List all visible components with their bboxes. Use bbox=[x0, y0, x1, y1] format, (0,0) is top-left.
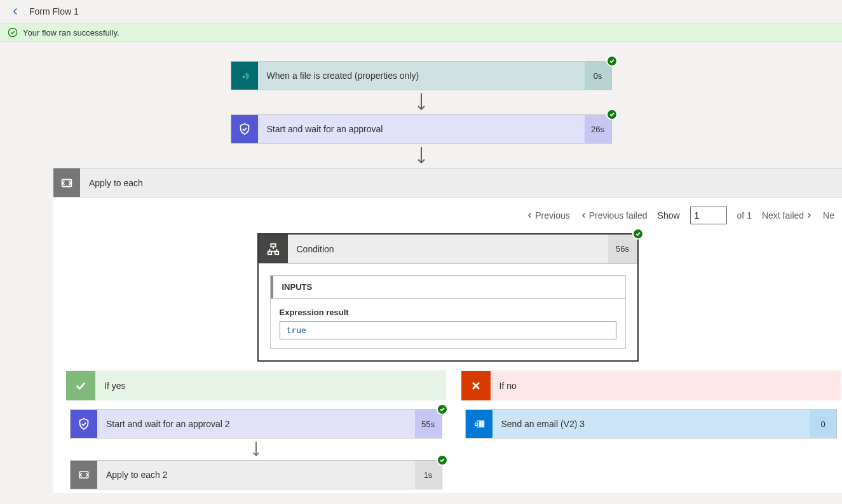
svg-rect-7 bbox=[268, 251, 271, 254]
outlook-icon bbox=[466, 410, 492, 438]
branch-yes-header[interactable]: If yes bbox=[66, 371, 446, 400]
flow-canvas: S When a file is created (properties onl… bbox=[0, 42, 842, 493]
chevron-right-icon bbox=[805, 212, 813, 219]
condition-duration: 56s bbox=[608, 235, 637, 263]
approval-icon bbox=[71, 410, 97, 438]
condition-branches: If yes Start and wait for an approval 2 … bbox=[53, 371, 842, 493]
next-failed-link[interactable]: Next failed bbox=[762, 210, 813, 221]
iteration-input[interactable] bbox=[690, 207, 727, 224]
svg-rect-6 bbox=[271, 243, 275, 247]
loop-icon bbox=[53, 168, 80, 197]
flow-title: Form Flow 1 bbox=[29, 6, 79, 17]
send-email-label: Send an email (V2) 3 bbox=[492, 410, 810, 438]
branch-yes-label: If yes bbox=[95, 371, 446, 400]
next-link[interactable]: Ne bbox=[823, 210, 834, 221]
apply-to-each-header[interactable]: Apply to each bbox=[53, 168, 842, 198]
previous-link[interactable]: Previous bbox=[526, 210, 569, 221]
svg-text:S: S bbox=[242, 74, 245, 79]
trigger-duration: 0s bbox=[585, 62, 611, 90]
status-success-icon bbox=[437, 454, 448, 466]
status-success-icon bbox=[606, 109, 618, 120]
apply-to-each-container: Apply to each Previous Previous failed S… bbox=[53, 168, 842, 493]
connector-arrow-icon bbox=[416, 144, 427, 168]
status-success-icon bbox=[632, 228, 644, 240]
svg-rect-8 bbox=[275, 251, 278, 254]
previous-failed-link[interactable]: Previous failed bbox=[580, 210, 648, 221]
title-bar: Form Flow 1 bbox=[0, 0, 842, 23]
expression-result-label: Expression result bbox=[280, 308, 616, 317]
check-icon bbox=[66, 371, 95, 400]
condition-icon bbox=[259, 235, 288, 263]
apply2-label: Apply to each 2 bbox=[97, 461, 415, 489]
trigger-label: When a file is created (properties only) bbox=[258, 62, 585, 90]
svg-point-0 bbox=[8, 28, 17, 36]
apply-to-each-label: Apply to each bbox=[80, 168, 842, 197]
connector-arrow-icon bbox=[416, 90, 427, 114]
success-check-icon bbox=[8, 27, 18, 37]
sharepoint-icon: S bbox=[231, 62, 258, 90]
condition-body: INPUTS Expression result true bbox=[259, 264, 637, 360]
approval-icon bbox=[231, 115, 258, 143]
trigger-step[interactable]: S When a file is created (properties onl… bbox=[231, 61, 612, 90]
expression-result-value: true bbox=[280, 321, 616, 339]
of-total: of 1 bbox=[737, 210, 752, 221]
condition-card[interactable]: Condition 56s INPUTS Expression result t… bbox=[257, 233, 639, 362]
branch-yes: If yes Start and wait for an approval 2 … bbox=[66, 371, 446, 489]
approval2-label: Start and wait for an approval 2 bbox=[97, 410, 415, 438]
success-message: Your flow ran successfully. bbox=[23, 28, 119, 37]
condition-label: Condition bbox=[288, 235, 608, 263]
approval2-step[interactable]: Start and wait for an approval 2 55s bbox=[70, 409, 442, 439]
send-email-step[interactable]: Send an email (V2) 3 0 bbox=[465, 409, 838, 439]
close-icon bbox=[461, 371, 491, 400]
success-banner: Your flow ran successfully. bbox=[0, 23, 842, 42]
approval-duration: 26s bbox=[585, 115, 611, 143]
inputs-header: INPUTS bbox=[271, 276, 625, 299]
apply2-duration: 1s bbox=[415, 461, 442, 489]
loop-icon bbox=[71, 461, 97, 489]
approval-step[interactable]: Start and wait for an approval 26s bbox=[231, 114, 612, 144]
branch-no-label: If no bbox=[491, 371, 841, 400]
chevron-left-icon bbox=[526, 212, 534, 219]
send-email-duration: 0 bbox=[810, 410, 836, 438]
connector-arrow-icon bbox=[251, 439, 261, 460]
branch-no: If no Send an email (V2) 3 0 bbox=[461, 371, 841, 439]
status-success-icon bbox=[606, 55, 618, 67]
iteration-pager: Previous Previous failed Show of 1 Next … bbox=[53, 198, 842, 233]
branch-no-header[interactable]: If no bbox=[461, 371, 841, 400]
show-label: Show bbox=[658, 210, 680, 221]
apply2-step[interactable]: Apply to each 2 1s bbox=[70, 460, 442, 489]
approval2-duration: 55s bbox=[415, 410, 442, 438]
arrow-left-icon bbox=[10, 6, 21, 17]
status-success-icon bbox=[437, 404, 448, 415]
approval-label: Start and wait for an approval bbox=[258, 115, 585, 143]
back-button[interactable] bbox=[6, 3, 24, 20]
chevron-left-icon bbox=[580, 212, 588, 219]
